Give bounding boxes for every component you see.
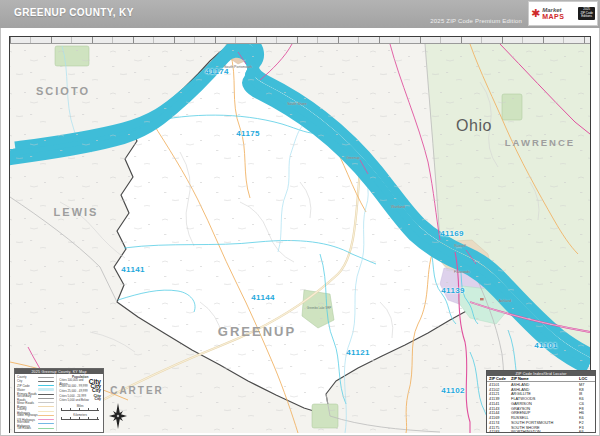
brand-name-bottom: MAPS	[542, 13, 564, 20]
page-title: GREENUP COUNTY, KY	[14, 7, 134, 18]
star-icon: ✱	[531, 8, 540, 19]
legend-panel: 2025 Greenup County, KY Map CountyCityZI…	[14, 368, 104, 433]
legend-swatch	[38, 385, 54, 386]
scale-bar: Kilometers	[59, 413, 101, 421]
edition-badge: 2025ZIP CodeEditions	[578, 7, 595, 21]
zip-table-row: 41183WORTHINGTONK6	[487, 430, 595, 434]
legend-swatch	[38, 411, 54, 412]
legend-swatch	[38, 415, 54, 416]
population-row: Cities 5,000 and BelowCity	[59, 398, 101, 403]
legend-swatch	[38, 398, 54, 399]
edition-label: 2025 ZIP Code Premium Edition	[430, 18, 522, 24]
map-page: GREENUP COUNTY, KY 2025 ZIP Code Premium…	[0, 0, 600, 436]
zip-col-header: ZIP Name	[511, 376, 579, 381]
legend-swatch	[38, 428, 54, 429]
zip-col-header: ZIP Code	[489, 376, 511, 381]
legend-swatch	[38, 423, 54, 424]
scale-bars: MilesKilometers	[59, 404, 101, 421]
zip-col-header: LOC	[579, 376, 593, 381]
brand-logo: ✱ Market MAPS 2025ZIP CodeEditions	[528, 1, 598, 26]
legend-swatch	[38, 377, 54, 378]
zip-index-panel: ZIP Code Index/Grid Locator ZIP CodeZIP …	[486, 370, 596, 433]
legend-swatch	[38, 394, 54, 395]
legend-swatch	[38, 419, 54, 420]
zip-table-rows: 41101ASHLANDM741102ASHLANDK841121ARGILLI…	[487, 382, 595, 433]
legend-items: CountyCityZIP CodeWaterPrimary RoadsSeco…	[15, 374, 56, 431]
legend-swatch	[38, 381, 54, 382]
header-bar: GREENUP COUNTY, KY 2025 ZIP Code Premium…	[0, 0, 600, 28]
legend-swatch	[38, 402, 54, 403]
brand-name: Market MAPS	[542, 7, 564, 20]
population-rows: Cities 100,000 and AboveCityCities 50,00…	[59, 380, 101, 403]
legend-swatch	[38, 406, 54, 407]
compass-rose	[103, 401, 133, 431]
grid-ruler	[10, 37, 590, 44]
legend-swatch	[38, 388, 54, 391]
scale-bar: Miles	[59, 404, 101, 412]
